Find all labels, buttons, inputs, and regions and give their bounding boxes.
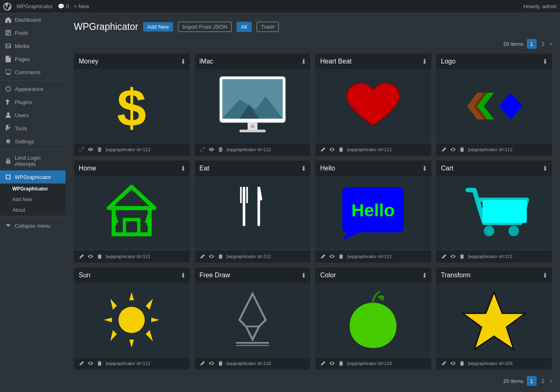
svg-marker-36 [110,299,117,310]
home-shortcode: [wpgraphicator id=112 [106,254,150,259]
view-money-icon[interactable] [88,147,93,152]
delete-transform-icon[interactable] [459,360,465,366]
delete-money-icon[interactable] [97,147,102,152]
sun-shortcode: [wpgraphicator id=112 [106,361,150,366]
grid-item-logo-title: Logo ⬇ [436,54,552,69]
grid-item-money: Money ⬇ $ [wpgraphicator id=113 [74,54,190,156]
delete-logo-icon[interactable] [459,147,465,152]
all-button[interactable]: All [237,22,251,32]
submenu-about[interactable]: About [0,205,66,215]
collapse-menu-button[interactable]: Collapse menu [0,219,66,232]
edit-sun-icon[interactable] [79,360,84,366]
edit-heartbeat-icon[interactable] [320,147,326,152]
download-sun-icon[interactable]: ⬇ [180,272,186,279]
svg-marker-39 [146,330,153,341]
sidebar-item-pages[interactable]: Pages [0,52,66,66]
pagination-bottom: 1 2 › [527,376,552,386]
delete-eat-icon[interactable] [218,254,223,259]
comments-link[interactable]: 💬 0 [58,3,69,9]
admin-bar: WPGraphicator 💬 0 + New Howdy, admin [0,0,560,13]
download-heartbeat-icon[interactable]: ⬇ [422,58,427,66]
sidebar-item-wpgraphicator-label: WPGraphicator [15,174,51,180]
grid-item-freedraw-title: Free Draw ⬇ [195,267,311,283]
edit-imac-icon[interactable] [200,147,205,152]
edit-hello-icon[interactable] [320,254,326,259]
sidebar-item-wpgraphicator[interactable]: WPGraphicator [0,170,66,184]
page-next-bottom[interactable]: › [550,377,552,385]
wp-logo[interactable] [3,2,11,11]
svg-point-9 [251,125,254,128]
svg-point-0 [7,113,9,115]
add-new-button[interactable]: Add New [143,22,173,32]
trash-button[interactable]: Trash [257,22,279,32]
view-hello-icon[interactable] [329,254,335,259]
view-transform-icon[interactable] [450,360,456,366]
edit-money-icon[interactable] [79,147,84,152]
sidebar-item-tools[interactable]: Tools [0,122,66,135]
submenu-add-new[interactable]: Add New [0,194,66,205]
svg-point-29 [484,226,494,236]
sidebar-item-limit-login[interactable]: Limit Login Attempts [0,152,66,170]
page-next-top[interactable]: › [550,40,552,48]
sidebar-item-appearance-label: Appearance [15,86,43,92]
download-transform-icon[interactable]: ⬇ [542,272,548,279]
view-freedraw-icon[interactable] [209,360,214,366]
download-color-icon[interactable]: ⬇ [422,272,427,279]
page-2-top[interactable]: 2 [538,39,548,49]
delete-heartbeat-icon[interactable] [338,147,344,152]
edit-logo-icon[interactable] [441,147,447,152]
view-sun-icon[interactable] [88,360,93,366]
page-1-bottom[interactable]: 1 [527,376,537,386]
download-eat-icon[interactable]: ⬇ [301,165,306,172]
grid-item-hello-footer: [wpgraphicator id=112 [315,250,431,263]
import-from-json-button[interactable]: Import From JSON [178,22,232,32]
sidebar-item-dashboard[interactable]: Dashboard [0,13,66,26]
new-content-button[interactable]: + New [74,3,89,9]
page-2-bottom[interactable]: 2 [538,376,548,386]
svg-marker-38 [110,330,117,341]
edit-transform-icon[interactable] [441,360,447,366]
sidebar-item-posts[interactable]: Posts [0,26,66,39]
sidebar-item-users[interactable]: Users [0,109,66,122]
delete-hello-icon[interactable] [338,254,344,259]
page-1-top[interactable]: 1 [527,39,537,49]
download-home-icon[interactable]: ⬇ [180,165,186,172]
edit-freedraw-icon[interactable] [200,360,205,366]
submenu-wpgraphicator[interactable]: WPGraphicator [0,184,66,194]
sidebar-item-plugins[interactable]: Plugins [0,95,66,109]
sidebar-item-appearance[interactable]: Appearance [0,82,66,95]
edit-eat-icon[interactable] [200,254,205,259]
view-imac-icon[interactable] [209,147,214,152]
sidebar-item-tools-label: Tools [15,125,27,131]
edit-home-icon[interactable] [79,254,84,259]
view-color-icon[interactable] [329,360,335,366]
sidebar-item-settings[interactable]: Settings [0,135,66,148]
delete-freedraw-icon[interactable] [218,360,223,366]
view-home-icon[interactable] [88,254,93,259]
download-cart-icon[interactable]: ⬇ [542,165,548,172]
download-hello-icon[interactable]: ⬇ [422,165,427,172]
download-logo-icon[interactable]: ⬇ [542,58,548,66]
edit-color-icon[interactable] [320,360,326,366]
view-cart-icon[interactable] [450,254,456,259]
sidebar-item-posts-label: Posts [15,30,28,36]
view-eat-icon[interactable] [209,254,214,259]
site-name[interactable]: WPGraphicator [16,3,53,9]
grid-item-eat-preview [195,176,311,250]
delete-imac-icon[interactable] [218,147,223,152]
delete-sun-icon[interactable] [97,360,102,366]
page-header: WPGraphicator Add New Import From JSON A… [74,21,552,32]
view-logo-icon[interactable] [450,147,456,152]
grid-item-hello: Hello ⬇ Hello [315,161,431,263]
delete-color-icon[interactable] [338,360,344,366]
download-money-icon[interactable]: ⬇ [180,58,186,66]
download-imac-icon[interactable]: ⬇ [301,58,306,66]
grid-item-logo-footer: [wpgraphicator id=112 [436,143,552,156]
sidebar-item-media[interactable]: Media [0,39,66,52]
sidebar-item-comments[interactable]: Comments [0,66,66,79]
delete-cart-icon[interactable] [459,254,465,259]
view-heartbeat-icon[interactable] [329,147,335,152]
delete-home-icon[interactable] [97,254,102,259]
edit-cart-icon[interactable] [441,254,447,259]
download-freedraw-icon[interactable]: ⬇ [301,272,306,279]
